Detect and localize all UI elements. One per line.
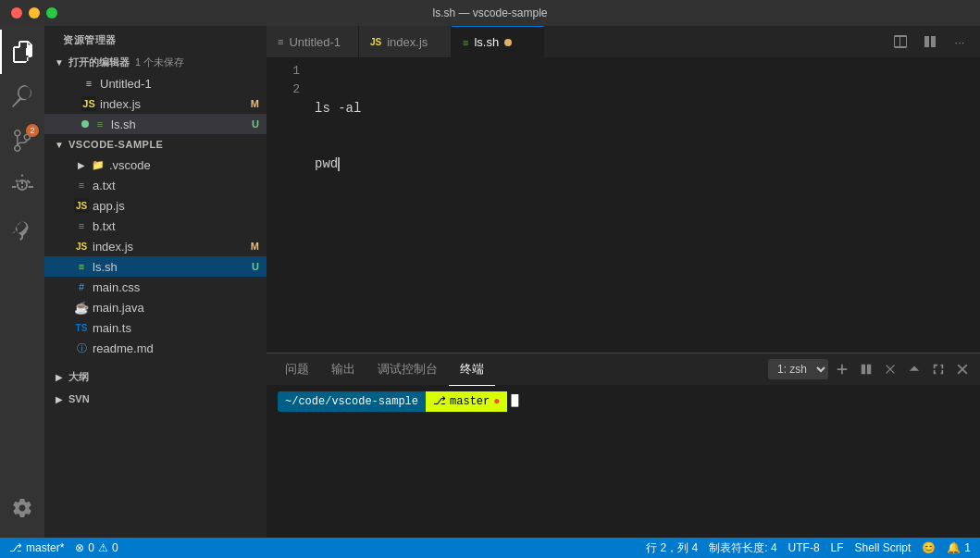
activity-debug[interactable] xyxy=(0,163,44,207)
bell-icon: 🔔 xyxy=(947,541,961,554)
ellipsis-icon: ··· xyxy=(955,35,965,49)
output-label: 输出 xyxy=(331,361,355,378)
activity-source-control[interactable]: 2 xyxy=(0,118,44,163)
tab-lssh[interactable]: ≡ ls.sh xyxy=(452,26,544,57)
source-control-badge: 2 xyxy=(26,124,39,137)
notifications-status[interactable]: 🔔 1 xyxy=(941,538,976,558)
git-branch-status[interactable]: ⎇ master* xyxy=(4,538,69,558)
tab-untitled[interactable]: ≡ Untitled-1 xyxy=(267,26,359,57)
file-btxt-name: b.txt xyxy=(93,219,267,233)
panel-tabs: 问题 输出 调试控制台 终端 1: zsh xyxy=(267,353,980,386)
vscode-folder[interactable]: ▶ 📁 .vscode xyxy=(44,155,267,175)
kill-terminal-button[interactable] xyxy=(880,359,900,379)
debug-label: 调试控制台 xyxy=(378,361,438,378)
code-editor[interactable]: 1 2 ls -al pwd xyxy=(267,58,980,353)
status-bar: ⎇ master* ⊗ 0 ⚠ 0 行 2，列 4 制表符长度: 4 UTF-8… xyxy=(0,538,980,558)
lssh-modified-dot xyxy=(504,39,512,46)
smiley-status[interactable]: 😊 xyxy=(916,538,941,558)
outline-chevron: ▶ xyxy=(52,369,67,384)
file-lssh-name: ls.sh xyxy=(93,260,267,274)
language-label: Shell Script xyxy=(855,541,912,554)
txt-icon-b: ≡ xyxy=(74,218,89,233)
open-editor-lssh[interactable]: ≡ ls.sh U xyxy=(44,114,267,134)
untitled-tab-icon: ≡ xyxy=(278,36,283,47)
project-root[interactable]: ▼ VSCODE-SAMPLE xyxy=(44,134,267,155)
new-terminal-button[interactable] xyxy=(832,359,852,379)
position-label: 行 2，列 4 xyxy=(646,540,698,556)
panel-tab-terminal[interactable]: 终端 xyxy=(449,353,495,386)
open-editor-untitled-name: Untitled-1 xyxy=(100,77,267,91)
scrollbar[interactable] xyxy=(971,58,980,353)
file-atxt[interactable]: ≡ a.txt xyxy=(44,175,267,195)
css-icon: # xyxy=(74,279,89,294)
panel-close-button[interactable] xyxy=(952,359,973,379)
code-content[interactable]: ls -al pwd xyxy=(311,58,971,353)
sh-icon-ls: ≡ xyxy=(74,259,89,274)
split-terminal-button[interactable] xyxy=(856,359,876,379)
branch-status-label: master* xyxy=(26,541,64,554)
activity-extensions[interactable] xyxy=(0,207,44,252)
project-name: VSCODE-SAMPLE xyxy=(68,139,163,150)
minimize-button[interactable] xyxy=(29,7,40,19)
terminal-selector[interactable]: 1: zsh xyxy=(768,359,828,379)
txt-icon: ≡ xyxy=(74,178,89,192)
project-chevron: ▼ xyxy=(52,137,67,152)
open-editors-section[interactable]: ▼ 打开的编辑器 1 个未保存 xyxy=(44,51,267,73)
outline-section[interactable]: ▶ 大纲 xyxy=(44,366,267,388)
activity-settings[interactable] xyxy=(0,486,44,530)
tab-actions: ··· xyxy=(880,26,980,57)
activity-bar: 2 xyxy=(0,26,44,538)
file-btxt[interactable]: ≡ b.txt xyxy=(44,216,267,236)
editor-panel-container: 1 2 ls -al pwd 问题 输出 xyxy=(267,58,980,538)
tab-size-status[interactable]: 制表符长度: 4 xyxy=(703,538,782,558)
sidebar: 资源管理器 ▼ 打开的编辑器 1 个未保存 ≡ Untitled-1 JS in… xyxy=(44,26,267,538)
panel-up-button[interactable] xyxy=(904,359,924,379)
maximize-button[interactable] xyxy=(46,7,57,19)
open-editor-indexjs[interactable]: JS index.js M xyxy=(44,93,267,114)
file-maints-name: main.ts xyxy=(93,321,267,335)
ts-icon: TS xyxy=(74,320,89,335)
errors-status[interactable]: ⊗ 0 ⚠ 0 xyxy=(69,538,123,558)
panel-maximize-button[interactable] xyxy=(928,359,949,379)
close-button[interactable] xyxy=(11,7,22,19)
panel-tab-output[interactable]: 输出 xyxy=(320,353,366,386)
file-lssh[interactable]: ≡ ls.sh U xyxy=(44,256,267,277)
file-mainjava[interactable]: ☕ main.java xyxy=(44,297,267,317)
activity-search[interactable] xyxy=(0,74,44,118)
sh-icon: ≡ xyxy=(93,117,107,131)
vscode-folder-name: .vscode xyxy=(109,158,267,172)
outline-title: 大纲 xyxy=(68,370,89,384)
panel-right-actions: 1: zsh xyxy=(768,359,973,379)
language-status[interactable]: Shell Script xyxy=(850,538,917,558)
split-editor-button[interactable] xyxy=(887,29,913,55)
cursor-position-status[interactable]: 行 2，列 4 xyxy=(640,538,703,558)
file-readmemd[interactable]: ⓘ readme.md xyxy=(44,338,267,358)
tab-untitled-label: Untitled-1 xyxy=(289,35,341,49)
indexjs-badge: M xyxy=(251,241,259,252)
editor-layout-button[interactable] xyxy=(917,29,943,55)
file-maincss[interactable]: # main.css xyxy=(44,277,267,297)
file-maints[interactable]: TS main.ts xyxy=(44,317,267,338)
open-editors-title: 打开的编辑器 xyxy=(68,56,130,69)
encoding-status[interactable]: UTF-8 xyxy=(783,538,825,558)
panel: 问题 输出 调试控制台 终端 1: zsh xyxy=(267,353,980,538)
open-editor-untitled[interactable]: ≡ Untitled-1 xyxy=(44,73,267,93)
lssh-dot xyxy=(81,120,89,128)
panel-tab-problems[interactable]: 问题 xyxy=(274,353,320,386)
activity-explorer[interactable] xyxy=(0,30,44,74)
open-editors-chevron: ▼ xyxy=(52,55,67,69)
file-indexjs-name: index.js xyxy=(93,240,267,254)
line-ending-status[interactable]: LF xyxy=(825,538,850,558)
line-numbers: 1 2 xyxy=(267,58,311,353)
more-actions-button[interactable]: ··· xyxy=(947,29,973,55)
file-indexjs[interactable]: JS index.js M xyxy=(44,236,267,256)
panel-tab-debug[interactable]: 调试控制台 xyxy=(366,353,449,386)
tab-indexjs-label: index.js xyxy=(387,35,428,49)
tab-indexjs[interactable]: JS index.js xyxy=(359,26,452,57)
file-appjs[interactable]: JS app.js xyxy=(44,195,267,216)
warning-icon: ⚠ xyxy=(98,541,108,554)
svn-section[interactable]: ▶ SVN xyxy=(44,388,267,410)
prompt-branch: ⎇ master ● xyxy=(426,391,507,412)
terminal-content[interactable]: ~/code/vscode-sample ⎇ master ● █ xyxy=(267,386,980,538)
branch-dot: ● xyxy=(493,391,500,412)
